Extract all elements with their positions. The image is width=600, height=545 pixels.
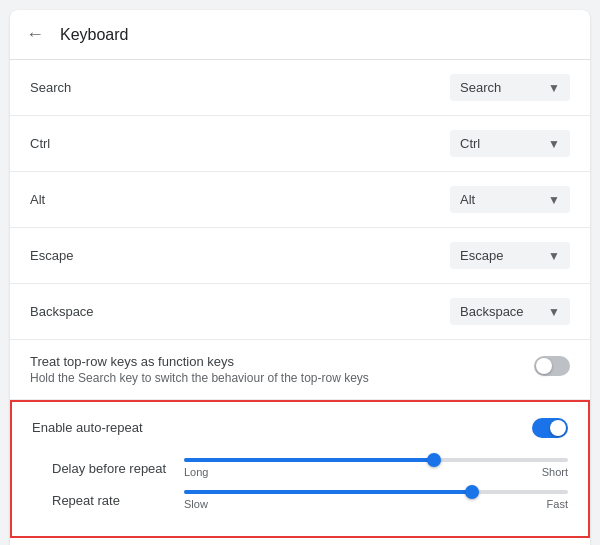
repeat-rate-labels: Slow Fast <box>184 498 568 510</box>
chevron-down-icon: ▼ <box>548 193 560 207</box>
settings-card: ← Keyboard Search Search ▼ Ctrl Ctrl ▼ A… <box>10 10 590 545</box>
function-keys-label-group: Treat top-row keys as function keys Hold… <box>30 354 369 385</box>
repeat-rate-label: Repeat rate <box>52 493 172 508</box>
repeat-rate-row: Repeat rate Slow Fast <box>52 490 568 510</box>
delay-repeat-thumb[interactable] <box>427 453 441 467</box>
function-keys-row: Treat top-row keys as function keys Hold… <box>10 340 590 400</box>
function-keys-toggle[interactable] <box>534 356 570 376</box>
delay-repeat-label: Delay before repeat <box>52 461 172 476</box>
auto-repeat-toggle-row: Enable auto-repeat <box>12 402 588 452</box>
dropdown-backspace[interactable]: Backspace ▼ <box>450 298 570 325</box>
label-ctrl: Ctrl <box>30 136 50 151</box>
label-alt: Alt <box>30 192 45 207</box>
delay-repeat-filled <box>184 458 434 462</box>
auto-repeat-label: Enable auto-repeat <box>32 420 143 435</box>
row-backspace: Backspace Backspace ▼ <box>10 284 590 340</box>
repeat-rate-control: Slow Fast <box>184 490 568 510</box>
dropdown-ctrl[interactable]: Ctrl ▼ <box>450 130 570 157</box>
delay-repeat-max-label: Short <box>542 466 568 478</box>
delay-repeat-control: Long Short <box>184 458 568 478</box>
auto-repeat-toggle[interactable] <box>532 418 568 438</box>
label-search: Search <box>30 80 71 95</box>
repeat-rate-max-label: Fast <box>547 498 568 510</box>
header: ← Keyboard <box>10 10 590 60</box>
row-search: Search Search ▼ <box>10 60 590 116</box>
page-title: Keyboard <box>60 26 129 44</box>
delay-repeat-labels: Long Short <box>184 466 568 478</box>
delay-repeat-min-label: Long <box>184 466 208 478</box>
row-ctrl: Ctrl Ctrl ▼ <box>10 116 590 172</box>
function-keys-label: Treat top-row keys as function keys <box>30 354 369 369</box>
keyboard-shortcuts-row[interactable]: View keyboard shortcuts <box>10 538 590 545</box>
repeat-rate-min-label: Slow <box>184 498 208 510</box>
row-escape: Escape Escape ▼ <box>10 228 590 284</box>
dropdown-alt[interactable]: Alt ▼ <box>450 186 570 213</box>
label-escape: Escape <box>30 248 73 263</box>
chevron-down-icon: ▼ <box>548 81 560 95</box>
delay-repeat-track[interactable] <box>184 458 568 462</box>
label-backspace: Backspace <box>30 304 94 319</box>
repeat-rate-filled <box>184 490 472 494</box>
repeat-rate-track[interactable] <box>184 490 568 494</box>
row-alt: Alt Alt ▼ <box>10 172 590 228</box>
dropdown-search[interactable]: Search ▼ <box>450 74 570 101</box>
function-keys-sublabel: Hold the Search key to switch the behavi… <box>30 371 369 385</box>
back-button[interactable]: ← <box>26 24 44 45</box>
auto-repeat-section: Enable auto-repeat Delay before repeat L… <box>10 400 590 538</box>
chevron-down-icon: ▼ <box>548 137 560 151</box>
dropdown-escape[interactable]: Escape ▼ <box>450 242 570 269</box>
chevron-down-icon: ▼ <box>548 249 560 263</box>
delay-repeat-section: Delay before repeat Long Short Repeat ra… <box>12 452 588 536</box>
delay-repeat-row: Delay before repeat Long Short <box>52 458 568 478</box>
chevron-down-icon: ▼ <box>548 305 560 319</box>
repeat-rate-thumb[interactable] <box>465 485 479 499</box>
